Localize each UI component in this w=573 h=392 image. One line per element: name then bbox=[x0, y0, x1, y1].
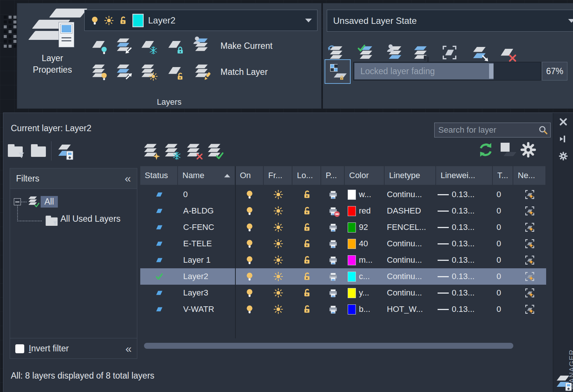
layer-transparency[interactable]: 0 bbox=[493, 235, 513, 252]
layer-linetype[interactable]: DASHED bbox=[385, 203, 436, 219]
layer-color-cell[interactable]: b... bbox=[345, 301, 385, 317]
layer-freeze-toggle[interactable] bbox=[264, 301, 292, 317]
tree-item-all-used-layers[interactable]: All Used Layers bbox=[60, 214, 120, 224]
layer-plot-toggle[interactable] bbox=[321, 235, 345, 252]
layer-transparency[interactable]: 0 bbox=[493, 285, 513, 301]
layer-color-cell[interactable]: w... bbox=[345, 186, 385, 203]
col-name[interactable]: Name bbox=[178, 166, 235, 185]
col-new-vp-freeze[interactable]: Ne... bbox=[513, 166, 546, 185]
layer-lock-toggle[interactable] bbox=[292, 268, 321, 285]
layer-lineweight[interactable]: 0.13... bbox=[436, 268, 493, 285]
layer-linetype[interactable]: Continu... bbox=[385, 235, 436, 252]
layer-plot-toggle[interactable] bbox=[321, 268, 345, 285]
layer-lineweight[interactable]: 0.13... bbox=[436, 285, 493, 301]
col-lock[interactable]: Lo... bbox=[292, 166, 321, 185]
table-row[interactable]: E-TELE 40 Continu... 0.13... 0 bbox=[140, 235, 546, 252]
unisolate-button[interactable] bbox=[115, 63, 132, 80]
col-lineweight[interactable]: Linewei... bbox=[436, 166, 493, 185]
col-freeze[interactable]: Fr... bbox=[264, 166, 292, 185]
layer-on-toggle[interactable] bbox=[235, 285, 264, 301]
layer-transparency[interactable]: 0 bbox=[493, 219, 513, 235]
layer-plot-toggle[interactable] bbox=[321, 186, 345, 203]
layer-transparency[interactable]: 0 bbox=[493, 203, 513, 219]
table-row[interactable]: Layer 1 m... Continu... 0.13... 0 bbox=[140, 252, 546, 268]
layer-name[interactable]: A-BLDG bbox=[178, 203, 235, 219]
layer-lineweight[interactable]: 0.13... bbox=[436, 186, 493, 203]
locked-fading-value[interactable]: 67% bbox=[542, 62, 567, 80]
make-current-label[interactable]: Make Current bbox=[220, 35, 272, 56]
layer-select-dropdown[interactable]: Layer2 bbox=[84, 10, 317, 31]
match-layer-label[interactable]: Match Layer bbox=[220, 61, 268, 82]
layer-color-cell[interactable]: c... bbox=[345, 268, 385, 285]
layer-freeze-toggle[interactable] bbox=[264, 252, 292, 268]
locked-layer-fading-slider[interactable]: Locked layer fading bbox=[353, 62, 541, 80]
layer-on-toggle[interactable] bbox=[235, 252, 264, 268]
layer-on-toggle[interactable] bbox=[235, 219, 264, 235]
thaw-all-layers-button[interactable] bbox=[140, 63, 157, 80]
layer-off-button[interactable] bbox=[90, 37, 107, 54]
layer-plot-toggle[interactable] bbox=[321, 301, 345, 317]
save-layer-state-button[interactable] bbox=[358, 44, 375, 61]
layer-new-vp-freeze[interactable] bbox=[513, 268, 546, 285]
layer-new-vp-freeze[interactable] bbox=[513, 235, 546, 252]
layer-lock-button[interactable] bbox=[166, 37, 184, 54]
layer-lineweight[interactable]: 0.13... bbox=[436, 252, 493, 268]
unlock-layer-button[interactable] bbox=[166, 63, 184, 80]
layer-lock-toggle[interactable] bbox=[292, 219, 321, 235]
layer-properties-button[interactable]: LayerProperties bbox=[22, 6, 83, 105]
layer-lock-toggle[interactable] bbox=[292, 252, 321, 268]
layer-transparency[interactable]: 0 bbox=[493, 252, 513, 268]
layer-isolate-button[interactable] bbox=[115, 37, 132, 54]
col-plot[interactable]: P... bbox=[321, 166, 345, 185]
auto-hide-pin-icon[interactable] bbox=[559, 135, 568, 143]
layer-on-toggle[interactable] bbox=[235, 186, 264, 203]
layer-linetype[interactable]: Continu... bbox=[385, 186, 436, 203]
table-row[interactable]: 0 w... Continu... 0.13... 0 bbox=[140, 186, 546, 203]
table-row[interactable]: V-WATR b... HOT_W... 0.13... 0 bbox=[140, 301, 546, 317]
col-linetype[interactable]: Linetype bbox=[385, 166, 436, 185]
layer-walk-button[interactable] bbox=[387, 44, 404, 61]
layer-color-cell[interactable]: y... bbox=[345, 285, 385, 301]
layer-freeze-button[interactable] bbox=[140, 37, 157, 54]
layer-state-dropdown[interactable]: Unsaved Layer State bbox=[327, 10, 573, 32]
layer-on-toggle[interactable] bbox=[235, 301, 264, 317]
layer-states-manager-button[interactable] bbox=[56, 142, 73, 159]
layer-name[interactable]: V-WATR bbox=[178, 301, 235, 317]
layer-lock-toggle[interactable] bbox=[292, 203, 321, 219]
layer-freeze-toggle[interactable] bbox=[264, 285, 292, 301]
col-status[interactable]: Status bbox=[140, 166, 178, 185]
layer-plot-toggle[interactable] bbox=[321, 252, 345, 268]
col-transparency[interactable]: T... bbox=[493, 166, 513, 185]
layer-plot-toggle[interactable] bbox=[321, 285, 345, 301]
layer-freeze-toggle[interactable] bbox=[264, 235, 292, 252]
close-icon[interactable] bbox=[559, 117, 568, 126]
layer-name[interactable]: C-FENC bbox=[178, 219, 235, 235]
tree-collapse-icon[interactable] bbox=[14, 198, 21, 205]
layer-transparency[interactable]: 0 bbox=[493, 301, 513, 317]
vp-frame-button[interactable] bbox=[441, 44, 458, 61]
layer-on-toggle[interactable] bbox=[235, 203, 264, 219]
tree-item-all[interactable]: All bbox=[41, 196, 58, 208]
layer-lock-toggle[interactable] bbox=[292, 235, 321, 252]
layer-lineweight[interactable]: 0.13... bbox=[436, 219, 493, 235]
layer-new-vp-freeze[interactable] bbox=[513, 252, 546, 268]
layer-freeze-toggle[interactable] bbox=[264, 219, 292, 235]
layers-panel-label[interactable]: Layers bbox=[17, 97, 321, 107]
layer-new-vp-freeze[interactable] bbox=[513, 203, 546, 219]
table-row[interactable]: C-FENC 92 FENCEL... 0.13... 0 bbox=[140, 219, 546, 235]
layer-name[interactable]: Layer2 bbox=[178, 268, 235, 285]
slider-handle[interactable] bbox=[489, 64, 494, 79]
new-layer-button[interactable] bbox=[142, 142, 159, 159]
layer-linetype[interactable]: Continu... bbox=[385, 252, 436, 268]
layer-name[interactable]: 0 bbox=[178, 186, 235, 203]
layer-lock-toggle[interactable] bbox=[292, 285, 321, 301]
layer-linetype[interactable]: Continu... bbox=[385, 268, 436, 285]
layer-new-vp-freeze[interactable] bbox=[513, 301, 546, 317]
layer-search-box[interactable] bbox=[434, 123, 551, 137]
layer-lineweight[interactable]: 0.13... bbox=[436, 235, 493, 252]
layer-linetype[interactable]: Continu... bbox=[385, 285, 436, 301]
col-color[interactable]: Color bbox=[345, 166, 385, 185]
layer-name[interactable]: Layer 1 bbox=[178, 252, 235, 268]
layer-color-cell[interactable]: 40 bbox=[345, 235, 385, 252]
col-on[interactable]: On bbox=[235, 166, 264, 185]
